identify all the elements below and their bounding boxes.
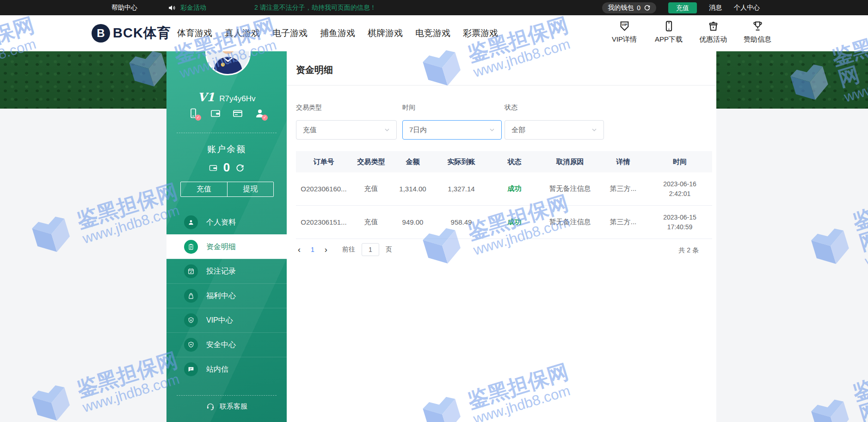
phone-verify-icon[interactable]: ✓ bbox=[188, 108, 199, 119]
vip-details-link[interactable]: VIP VIP详情 bbox=[606, 20, 642, 44]
security-shield-icon bbox=[187, 341, 195, 349]
sidebar-item-bets[interactable]: 投注记录 bbox=[166, 259, 287, 283]
quick-link-label: 赞助信息 bbox=[744, 35, 771, 44]
header-time: 时间 bbox=[647, 158, 712, 166]
status-badge: 成功 bbox=[488, 184, 541, 193]
clipboard-icon bbox=[187, 243, 195, 251]
page-unit-label: 页 bbox=[386, 245, 392, 254]
withdraw-button[interactable]: 提现 bbox=[227, 182, 274, 196]
nav-item-slots[interactable]: 电子游戏 bbox=[272, 27, 308, 39]
recharge-button[interactable]: 充值 bbox=[668, 2, 697, 13]
cell-order: O202306151... bbox=[296, 218, 351, 226]
promotions-link[interactable]: 优惠活动 bbox=[695, 20, 731, 44]
cell-reason: 暂无备注信息 bbox=[541, 218, 599, 226]
site-logo[interactable]: B BCK体育 bbox=[92, 24, 171, 43]
watermark-logo-icon bbox=[25, 378, 80, 422]
topbar-right: 我的钱包 0 充值 消息 个人中心 bbox=[602, 2, 760, 13]
sidebar-item-vip[interactable]: VIP中心 bbox=[166, 308, 287, 332]
nav-item-live[interactable]: 真人游戏 bbox=[225, 27, 260, 39]
identity-verify-icon[interactable]: ✓ bbox=[254, 108, 265, 119]
navbar: B BCK体育 体育游戏 真人游戏 电子游戏 捕鱼游戏 棋牌游戏 电竞游戏 彩票… bbox=[0, 15, 868, 51]
type-select-value: 充值 bbox=[303, 126, 317, 135]
header-detail: 详情 bbox=[599, 158, 647, 166]
status-select[interactable]: 全部 bbox=[505, 120, 604, 140]
watermark: 鉴黑担保网www.jhdb8.com bbox=[801, 354, 868, 422]
calendar-icon bbox=[187, 268, 195, 275]
header-type: 交易类型 bbox=[351, 158, 391, 166]
cell-time: 2023-06-15 17:40:59 bbox=[647, 213, 712, 232]
cell-type: 充值 bbox=[351, 184, 391, 193]
time-select[interactable]: 7日内 bbox=[402, 120, 502, 140]
bank-card-icon[interactable] bbox=[232, 108, 243, 119]
help-center-link[interactable]: 帮助中心 bbox=[111, 4, 137, 12]
promo-link[interactable]: 彩金活动 bbox=[180, 4, 206, 12]
trophy-icon bbox=[751, 20, 764, 32]
headset-icon bbox=[206, 402, 215, 411]
topbar: 帮助中心 彩金活动 2 请注意不法分子，劫持我司页面的信息！ 我的钱包 0 充值… bbox=[0, 0, 868, 15]
nav-item-fishing[interactable]: 捕鱼游戏 bbox=[320, 27, 355, 39]
cell-actual: 1,327.14 bbox=[435, 185, 488, 193]
svg-text:VIP: VIP bbox=[622, 23, 627, 27]
watermark: 鉴黑担保网www.jhdb8.com bbox=[25, 346, 185, 422]
refresh-balance-icon[interactable] bbox=[235, 163, 245, 172]
page-number-current[interactable]: 1 bbox=[309, 246, 316, 253]
balance-row: 0 bbox=[166, 160, 287, 175]
profile-name: V1R7y4y6Hv bbox=[166, 91, 287, 104]
vip-shield-icon bbox=[187, 317, 195, 324]
cell-order: O202306160... bbox=[296, 185, 351, 193]
main-nav: 体育游戏 真人游戏 电子游戏 捕鱼游戏 棋牌游戏 电竞游戏 彩票游戏 bbox=[177, 15, 498, 51]
check-badge-icon: ✓ bbox=[195, 115, 201, 121]
messages-link[interactable]: 消息 bbox=[709, 4, 722, 12]
table-row: O202306151... 充值 949.00 958.49 成功 暂无备注信息… bbox=[296, 206, 712, 239]
sponsor-info-link[interactable]: 赞助信息 bbox=[739, 20, 776, 44]
profile-link[interactable]: 个人中心 bbox=[734, 4, 760, 12]
sidebar-item-inbox[interactable]: 站内信 bbox=[166, 357, 287, 381]
app-download-link[interactable]: APP下载 bbox=[651, 20, 687, 44]
marquee-notice: 2 请注意不法分子，劫持我司页面的信息！ bbox=[254, 4, 376, 12]
verification-icons: ✓ ✓ bbox=[166, 108, 287, 119]
goto-page-input[interactable] bbox=[362, 243, 379, 256]
username: R7y4y6Hv bbox=[219, 94, 255, 103]
balance-amount: 0 bbox=[223, 160, 230, 175]
vip-level: V1 bbox=[197, 91, 215, 104]
next-page-button[interactable]: › bbox=[323, 245, 329, 255]
refresh-icon[interactable] bbox=[644, 4, 651, 11]
status-select-value: 全部 bbox=[511, 126, 525, 135]
chevron-down-icon bbox=[591, 127, 597, 133]
speaker-icon bbox=[168, 4, 176, 12]
cell-time: 2023-06-16 2:42:01 bbox=[647, 179, 712, 199]
nav-item-lottery[interactable]: 彩票游戏 bbox=[463, 27, 498, 39]
page: 帮助中心 彩金活动 2 请注意不法分子，劫持我司页面的信息！ 我的钱包 0 充值… bbox=[0, 0, 868, 422]
wallet-button[interactable]: 我的钱包 0 bbox=[602, 2, 656, 13]
quick-link-label: APP下载 bbox=[655, 35, 683, 44]
wallet-verify-icon[interactable] bbox=[210, 108, 221, 119]
balance-actions: 充值 提现 bbox=[180, 182, 274, 197]
wallet-amount: 0 bbox=[637, 4, 640, 12]
table-header: 订单号 交易类型 金额 实际到账 状态 取消原因 详情 时间 bbox=[296, 151, 712, 172]
header-reason: 取消原因 bbox=[541, 158, 599, 166]
cell-clock: 2:42:01 bbox=[647, 189, 712, 199]
sidebar-item-profile[interactable]: 个人资料 bbox=[166, 210, 287, 234]
user-icon bbox=[187, 219, 195, 226]
main-content: 资金明细 交易类型 时间 状态 充值 7日内 全部 订单号 交易类型 金额 实际… bbox=[287, 51, 716, 422]
sidebar-item-welfare[interactable]: 福利中心 bbox=[166, 283, 287, 308]
nav-item-cards[interactable]: 棋牌游戏 bbox=[368, 27, 403, 39]
type-select[interactable]: 充值 bbox=[296, 120, 397, 140]
nav-item-sports[interactable]: 体育游戏 bbox=[177, 27, 212, 39]
deposit-button[interactable]: 充值 bbox=[181, 182, 227, 196]
vip-badge-icon: VIP bbox=[618, 20, 631, 32]
prev-page-button[interactable]: ‹ bbox=[296, 245, 302, 255]
sidebar-menu: 个人资料 资金明细 投注记录 福利中心 VIP中心 安全中心 bbox=[166, 210, 287, 381]
goto-label: 前往 bbox=[342, 245, 355, 254]
sidebar-item-security[interactable]: 安全中心 bbox=[166, 332, 287, 357]
total-count: 共 2 条 bbox=[678, 246, 699, 255]
logo-text: BCK体育 bbox=[113, 24, 171, 43]
sidebar-item-funds[interactable]: 资金明细 bbox=[166, 234, 287, 259]
balance-title: 账户余额 bbox=[166, 143, 287, 155]
chevron-down-icon bbox=[489, 127, 495, 133]
contact-support-button[interactable]: 联系客服 bbox=[166, 402, 287, 411]
sidebar: V1R7y4y6Hv ✓ ✓ 账户余额 0 bbox=[166, 51, 287, 422]
watermark-logo-icon bbox=[804, 221, 859, 277]
chevron-down-icon bbox=[384, 127, 390, 133]
nav-item-esports[interactable]: 电竞游戏 bbox=[415, 27, 450, 39]
